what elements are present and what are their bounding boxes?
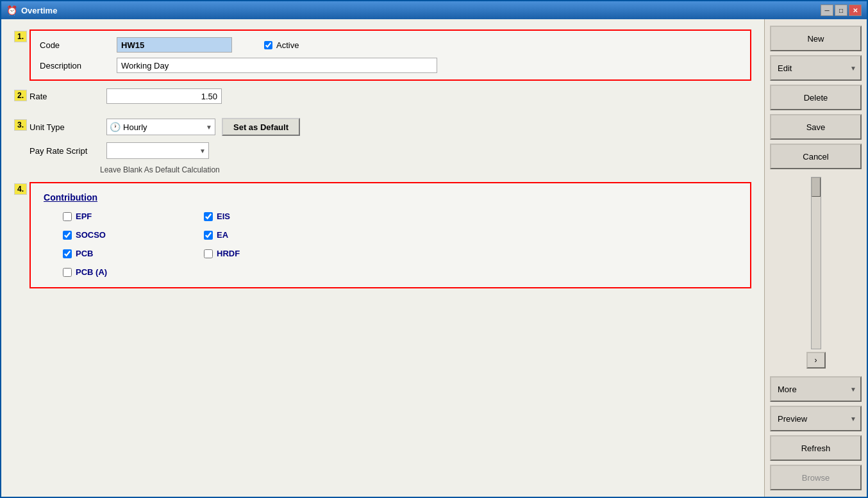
section-4: 4. Contribution EPF EIS (14, 182, 751, 288)
section-number-1: 1. (14, 31, 27, 42)
pcb-label: PCB (76, 249, 93, 258)
title-bar: ⏰ Overtime ─ □ ✕ (1, 1, 867, 19)
save-button[interactable]: Save (770, 114, 862, 140)
pcba-item: PCB (A) (63, 267, 191, 277)
ea-checkbox[interactable] (204, 231, 213, 240)
unit-type-dropdown[interactable]: 🕐 Hourly ▼ (106, 119, 215, 135)
epf-label: EPF (76, 212, 92, 221)
description-label: Description (40, 61, 110, 71)
section-number-3: 3. (14, 119, 27, 131)
code-desc-box: Code Active Description (29, 29, 751, 81)
pay-rate-dropdown[interactable]: ▼ (106, 142, 209, 159)
preview-label: Preview (778, 414, 807, 424)
ea-item: EA (204, 230, 332, 240)
clock-icon: 🕐 (110, 122, 121, 132)
minimize-button[interactable]: ─ (821, 4, 833, 16)
code-label: Code (40, 40, 110, 50)
scroll-track (811, 177, 821, 349)
window-icon: ⏰ (6, 5, 17, 15)
section-number-4: 4. (14, 183, 27, 195)
scroll-right-button[interactable]: › (806, 352, 826, 369)
pcb-checkbox[interactable] (63, 249, 72, 258)
scroll-area: › (770, 173, 862, 372)
pcba-label: PCB (A) (76, 267, 107, 277)
unit-type-value: Hourly (123, 122, 203, 132)
window-title: Overtime (21, 6, 57, 15)
dropdown-arrow-icon: ▼ (206, 124, 212, 131)
more-label: More (778, 385, 797, 394)
pcb-item: PCB (63, 249, 191, 258)
close-button[interactable]: ✕ (849, 4, 862, 16)
eis-checkbox[interactable] (204, 212, 213, 221)
socso-item: SOCSO (63, 230, 191, 240)
new-button[interactable]: New (770, 26, 862, 51)
active-checkbox[interactable] (264, 41, 272, 49)
epf-checkbox[interactable] (63, 212, 72, 221)
rate-input[interactable] (106, 88, 222, 104)
content-area: 1. Code Active Description (1, 19, 867, 497)
refresh-button[interactable]: Refresh (770, 435, 862, 461)
hint-text: Leave Blank As Default Calculation (100, 165, 751, 174)
edit-arrow-icon: ▼ (850, 65, 856, 72)
active-label: Active (276, 40, 299, 50)
rate-label: Rate (29, 92, 100, 101)
hrdf-item: HRDF (204, 249, 332, 258)
code-input[interactable] (117, 37, 232, 53)
cancel-button[interactable]: Cancel (770, 144, 862, 169)
contribution-title: Contribution (44, 192, 737, 203)
epf-item: EPF (63, 212, 191, 221)
unit-type-label: Unit Type (29, 122, 100, 132)
section-1: 1. Code Active Description (14, 29, 751, 81)
section-3: 3. Unit Type 🕐 Hourly ▼ Set as Default P… (14, 118, 751, 174)
overtime-window: ⏰ Overtime ─ □ ✕ 1. Code (0, 0, 868, 498)
delete-button[interactable]: Delete (770, 85, 862, 110)
browse-button[interactable]: Browse (770, 465, 862, 490)
ea-label: EA (217, 230, 228, 240)
section-2: 2. Rate (14, 88, 751, 110)
pcba-checkbox[interactable] (63, 268, 72, 277)
restore-button[interactable]: □ (835, 4, 847, 16)
hrdf-checkbox[interactable] (204, 249, 213, 258)
edit-label: Edit (778, 63, 792, 73)
more-button[interactable]: More ▼ (770, 376, 862, 402)
hrdf-label: HRDF (217, 249, 240, 258)
edit-button[interactable]: Edit ▼ (770, 55, 862, 81)
description-input[interactable] (117, 58, 437, 73)
pay-rate-arrow-icon: ▼ (199, 147, 206, 154)
preview-button[interactable]: Preview ▼ (770, 406, 862, 431)
more-arrow-icon: ▼ (850, 386, 856, 393)
section-number-2: 2. (14, 90, 27, 101)
eis-label: EIS (217, 212, 230, 221)
scroll-thumb[interactable] (812, 178, 821, 197)
socso-checkbox[interactable] (63, 231, 72, 240)
contribution-box: Contribution EPF EIS (29, 182, 751, 288)
set-default-button[interactable]: Set as Default (222, 118, 300, 136)
sidebar: New Edit ▼ Delete Save Cancel › More ▼ (764, 19, 867, 497)
preview-arrow-icon: ▼ (850, 415, 856, 422)
socso-label: SOCSO (76, 230, 106, 240)
main-panel: 1. Code Active Description (1, 19, 764, 497)
eis-item: EIS (204, 212, 332, 221)
contribution-grid: EPF EIS SOCSO (63, 212, 737, 277)
pay-rate-label: Pay Rate Script (29, 146, 100, 156)
